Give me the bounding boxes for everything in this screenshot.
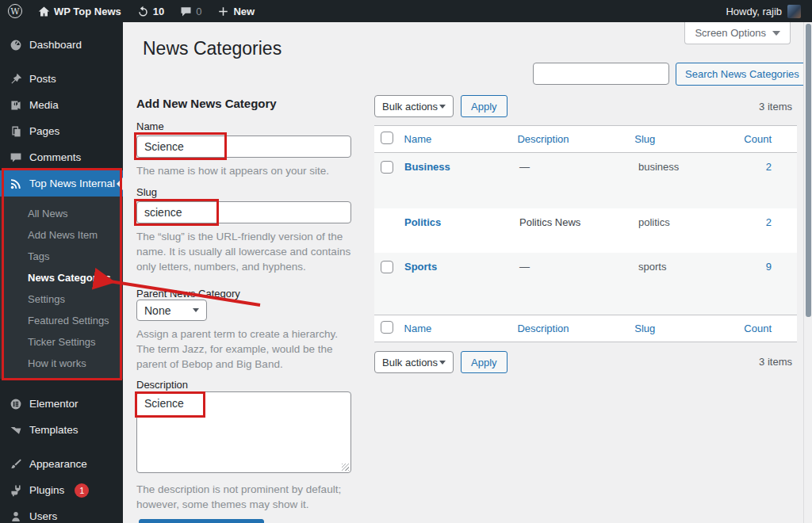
categories-table: Name Description Slug Count Business — b… — [374, 125, 797, 342]
sidebar-item-pages[interactable]: Pages — [0, 118, 123, 144]
parent-category-select[interactable]: None — [136, 300, 207, 321]
category-slug: business — [638, 161, 749, 173]
user-icon — [9, 510, 22, 523]
updates-count: 10 — [153, 6, 164, 17]
bulk-actions-select-bottom[interactable]: Bulk actions — [374, 351, 454, 373]
column-header-name[interactable]: Name — [404, 133, 518, 145]
sidebar-item-label: Posts — [29, 73, 56, 85]
updates-button[interactable]: 10 — [129, 0, 172, 22]
home-icon — [38, 6, 50, 17]
page-scrollbar[interactable] — [803, 22, 812, 523]
media-icon — [9, 99, 22, 112]
dashboard-gauge-icon — [9, 39, 22, 52]
new-label: New — [233, 6, 255, 17]
wordpress-logo-icon: W — [8, 4, 22, 18]
new-content-button[interactable]: New — [209, 0, 262, 22]
category-name-link[interactable]: Sports — [404, 261, 437, 273]
user-avatar[interactable] — [787, 5, 801, 18]
column-footer-count[interactable]: Count — [744, 323, 797, 334]
description-textarea[interactable]: Science — [136, 391, 351, 473]
wordpress-logo-button[interactable]: W — [0, 0, 30, 22]
column-header-slug[interactable]: Slug — [634, 133, 744, 145]
category-name-link[interactable]: Politics — [404, 216, 441, 228]
screen-options-button[interactable]: Screen Options — [684, 22, 791, 44]
chevron-down-icon — [772, 31, 780, 36]
table-row: Business — business 2 — [374, 153, 797, 208]
pages-icon — [9, 125, 22, 138]
comments-count: 0 — [196, 6, 201, 17]
category-description: — — [519, 261, 638, 273]
sidebar-item-label: Appearance — [29, 458, 87, 470]
table-footer-row: Name Description Slug Count — [374, 315, 797, 342]
name-label: Name — [136, 120, 164, 132]
updates-icon — [137, 6, 149, 17]
sidebar-item-posts[interactable]: Posts — [0, 66, 123, 92]
description-label: Description — [136, 379, 188, 391]
items-count-top: 3 items — [759, 101, 792, 113]
submenu-item-add-news-item[interactable]: Add News Item — [0, 224, 123, 246]
column-footer-slug[interactable]: Slug — [634, 323, 744, 334]
sidebar-item-comments[interactable]: Comments — [0, 144, 123, 170]
sidebar-item-top-news-internal[interactable]: Top News Internal — [0, 170, 123, 197]
screen-options-label: Screen Options — [695, 27, 766, 39]
add-category-submit-button[interactable]: Add New News Category — [139, 519, 264, 523]
category-count-link[interactable]: 2 — [766, 161, 772, 173]
sidebar-item-label: Plugins — [29, 484, 64, 496]
sidebar-item-plugins[interactable]: Plugins 1 — [0, 477, 123, 503]
sidebar-item-media[interactable]: Media — [0, 92, 123, 118]
category-name-link[interactable]: Business — [404, 161, 450, 173]
scrollbar-thumb[interactable] — [806, 24, 811, 317]
apply-button-bottom[interactable]: Apply — [461, 351, 508, 373]
description-help-text: The description is not prominent by defa… — [136, 482, 357, 512]
search-input[interactable] — [533, 63, 669, 85]
submenu-item-how-it-works[interactable]: How it works — [0, 353, 123, 374]
submenu-item-tags[interactable]: Tags — [0, 246, 123, 267]
sidebar-item-label: Users — [29, 510, 57, 522]
textarea-resize-handle[interactable] — [342, 464, 349, 471]
pushpin-icon — [9, 73, 22, 86]
slug-help-text: The “slug” is the URL-friendly version o… — [136, 229, 357, 274]
sidebar-item-label: Top News Internal — [29, 178, 115, 189]
sidebar-item-dashboard[interactable]: Dashboard — [0, 32, 123, 58]
main-content: Screen Options News Categories Search Ne… — [123, 22, 812, 523]
plugins-update-badge: 1 — [75, 483, 89, 498]
column-header-count[interactable]: Count — [744, 133, 797, 145]
sidebar-item-appearance[interactable]: Appearance — [0, 451, 123, 477]
parent-category-label: Parent News Category — [136, 288, 240, 300]
page-title: News Categories — [143, 38, 282, 59]
category-count-link[interactable]: 9 — [766, 261, 772, 273]
site-name-button[interactable]: WP Top News — [30, 0, 129, 22]
rss-icon — [9, 178, 22, 190]
slug-input[interactable] — [136, 201, 351, 223]
bulk-actions-value: Bulk actions — [382, 101, 438, 113]
sidebar-item-templates[interactable]: Templates — [0, 417, 123, 443]
submenu-item-ticker-settings[interactable]: Ticker Settings — [0, 331, 123, 353]
plugin-icon — [9, 484, 22, 497]
row-checkbox[interactable] — [381, 161, 393, 174]
submenu-item-all-news[interactable]: All News — [0, 203, 123, 224]
name-input[interactable] — [136, 136, 351, 158]
sidebar-item-users[interactable]: Users — [0, 503, 123, 523]
search-news-categories-button[interactable]: Search News Categories — [676, 63, 809, 86]
table-row: Politics Politics News politics 2 — [374, 208, 797, 253]
row-checkbox[interactable] — [381, 261, 393, 273]
column-header-description[interactable]: Description — [517, 133, 634, 145]
sidebar-item-elementor[interactable]: Elementor — [0, 391, 123, 417]
bulk-actions-value: Bulk actions — [382, 357, 438, 368]
comments-button[interactable]: 0 — [172, 0, 209, 22]
category-slug: sports — [638, 261, 749, 273]
select-all-checkbox[interactable] — [381, 132, 393, 144]
category-slug: politics — [638, 216, 749, 228]
column-footer-description[interactable]: Description — [517, 323, 634, 334]
submenu-item-settings[interactable]: Settings — [0, 288, 123, 310]
parent-help-text: Assign a parent term to create a hierarc… — [136, 326, 357, 372]
select-all-checkbox[interactable] — [381, 321, 393, 334]
submenu-item-featured-settings[interactable]: Featured Settings — [0, 310, 123, 331]
bulk-actions-select-top[interactable]: Bulk actions — [374, 95, 454, 117]
apply-button-top[interactable]: Apply — [461, 95, 508, 117]
submenu-item-news-categories[interactable]: News Categories — [0, 267, 123, 288]
column-footer-name[interactable]: Name — [404, 323, 518, 334]
slug-label: Slug — [136, 186, 157, 198]
howdy-greeting[interactable]: Howdy, rajib — [726, 6, 782, 17]
category-count-link[interactable]: 2 — [766, 216, 772, 228]
